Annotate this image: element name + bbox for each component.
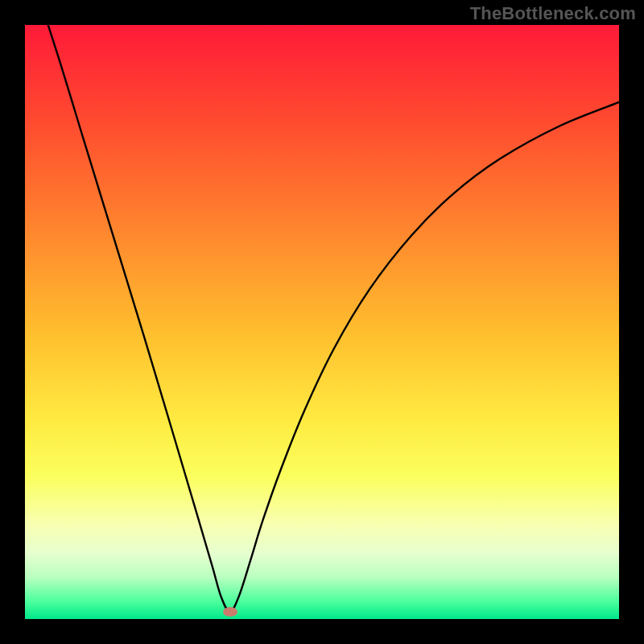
chart-frame: TheBottleneck.com	[0, 0, 644, 644]
minimum-marker	[223, 607, 237, 617]
plot-area	[25, 25, 619, 619]
watermark-text: TheBottleneck.com	[470, 3, 636, 24]
curve-layer	[25, 25, 619, 619]
bottleneck-curve	[25, 25, 619, 612]
